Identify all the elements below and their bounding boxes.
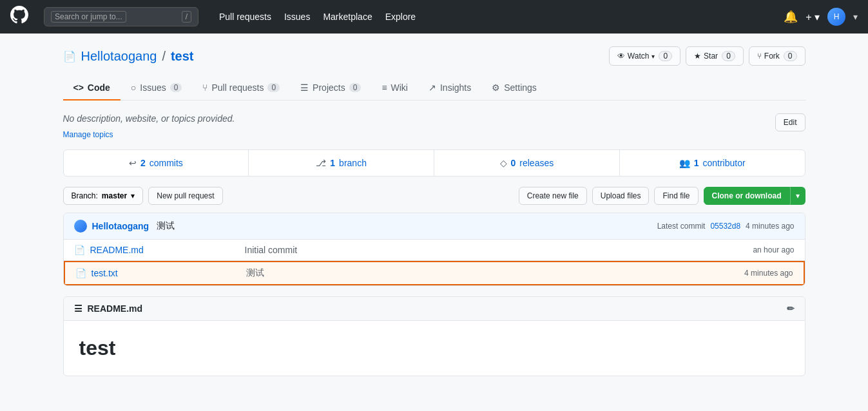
star-icon: ★ [694, 52, 701, 61]
latest-commit-row: Hellotaogang 测试 Latest commit 05532d8 4 … [64, 213, 805, 240]
projects-badge: 0 [349, 83, 362, 92]
branch-label: branch [339, 158, 367, 168]
contributors-stat[interactable]: 👥 1 contributor [620, 150, 805, 176]
contributors-label: contributor [702, 158, 745, 168]
user-avatar[interactable]: H [827, 8, 845, 26]
wiki-icon: ≡ [381, 82, 387, 93]
upload-files-button[interactable]: Upload files [592, 187, 650, 205]
settings-icon: ⚙ [492, 82, 500, 93]
branch-selector[interactable]: Branch: master ▾ [63, 187, 144, 205]
readme-edit-icon[interactable]: ✏ [787, 303, 795, 314]
edit-description-button[interactable]: Edit [775, 113, 805, 131]
branch-dropdown-icon: ▾ [131, 191, 135, 200]
description-content: No description, website, or topics provi… [63, 113, 235, 139]
latest-commit-label: Latest commit [657, 222, 706, 231]
watch-button[interactable]: 👁 Watch ▾ 0 [609, 46, 680, 66]
readme-file-icon: ☰ [74, 303, 82, 314]
tag-icon: ◇ [500, 158, 507, 168]
repo-name-link[interactable]: test [171, 49, 194, 64]
nav-explore[interactable]: Explore [385, 12, 416, 22]
file-name-readme[interactable]: README.md [90, 245, 232, 255]
file-commit-msg-test: 测试 [233, 267, 745, 279]
fork-label: Fork [764, 52, 780, 61]
issues-badge: 0 [170, 83, 182, 92]
clone-dropdown-button[interactable]: ▾ [790, 187, 805, 205]
repo-title: 📄 Hellotaogang / test [63, 49, 194, 64]
tab-insights[interactable]: ↗ Insights [418, 76, 481, 100]
repo-actions: 👁 Watch ▾ 0 ★ Star 0 ⑂ Fork 0 [609, 46, 805, 66]
releases-stat[interactable]: ◇ 0 releases [434, 150, 620, 176]
manage-topics-link[interactable]: Manage topics [63, 130, 113, 139]
user-menu-arrow[interactable]: ▾ [853, 12, 858, 22]
fork-button[interactable]: ⑂ Fork 0 [749, 46, 805, 66]
repo-tabs: <> Code ○ Issues 0 ⑂ Pull requests 0 ☰ P… [63, 76, 805, 100]
star-button[interactable]: ★ Star 0 [686, 46, 744, 66]
tab-settings[interactable]: ⚙ Settings [481, 76, 547, 100]
create-new-file-button[interactable]: Create new file [519, 187, 587, 205]
clone-main-button[interactable]: Clone or download [704, 187, 790, 205]
tab-wiki-label: Wiki [391, 82, 408, 93]
tab-pull-requests[interactable]: ⑂ Pull requests 0 [192, 76, 290, 100]
top-nav-right: 🔔 + ▾ H ▾ [784, 8, 858, 26]
commits-value: 2 [140, 158, 146, 168]
pr-icon: ⑂ [202, 82, 207, 93]
repo-description: No description, website, or topics provi… [63, 113, 235, 124]
new-pull-request-button[interactable]: New pull request [148, 187, 222, 205]
find-file-button[interactable]: Find file [654, 187, 698, 205]
github-logo[interactable] [10, 6, 28, 28]
contributors-icon: 👥 [679, 158, 690, 168]
nav-pull-requests[interactable]: Pull requests [219, 12, 271, 22]
book-icon: 📄 [63, 50, 76, 62]
branch-value: 1 [330, 158, 335, 168]
tab-code[interactable]: <> Code [63, 76, 121, 100]
commit-hash-link[interactable]: 05532d8 [710, 222, 740, 231]
tab-projects[interactable]: ☰ Projects 0 [290, 76, 371, 100]
commits-stat[interactable]: ↩ 2 commits [64, 150, 249, 176]
commit-time: 4 minutes ago [746, 222, 794, 231]
search-box[interactable]: Search or jump to... / [44, 7, 198, 26]
commit-username[interactable]: Hellotaogang [92, 221, 149, 231]
fork-icon: ⑂ [757, 52, 762, 61]
commit-row-right: Latest commit 05532d8 4 minutes ago [657, 222, 795, 231]
tab-code-label: Code [88, 82, 110, 93]
tab-wiki[interactable]: ≡ Wiki [371, 76, 418, 100]
file-icon-test: 📄 [75, 268, 86, 278]
readme-section: ☰ README.md ✏ test [63, 296, 805, 376]
notifications-button[interactable]: 🔔 [784, 10, 798, 24]
readme-filename: README.md [88, 303, 143, 314]
clone-or-download-group: Clone or download ▾ [704, 187, 805, 205]
nav-links: Pull requests Issues Marketplace Explore [219, 12, 416, 22]
file-icon-readme: 📄 [74, 245, 85, 255]
branch-icon: ⎇ [316, 158, 326, 168]
title-separator: / [162, 49, 166, 64]
eye-icon: 👁 [617, 52, 625, 61]
top-navigation: Search or jump to... / Pull requests Iss… [0, 0, 868, 33]
tab-issues[interactable]: ○ Issues 0 [121, 76, 193, 100]
tab-projects-label: Projects [313, 82, 345, 93]
issue-icon: ○ [131, 82, 136, 93]
repo-owner-link[interactable]: Hellotaogang [81, 49, 157, 64]
file-row-test-txt: 📄 test.txt 测试 4 minutes ago [64, 261, 805, 285]
readme-body: test [64, 321, 805, 376]
file-time-readme: an hour ago [753, 245, 794, 254]
file-time-test: 4 minutes ago [744, 269, 793, 278]
pr-badge: 0 [267, 83, 280, 92]
readme-header: ☰ README.md ✏ [64, 297, 805, 321]
create-new-button[interactable]: + ▾ [805, 11, 820, 23]
main-content: 📄 Hellotaogang / test 👁 Watch ▾ 0 ★ Star… [48, 33, 821, 389]
tab-issues-label: Issues [140, 82, 166, 93]
commit-message-text: 测试 [157, 220, 175, 232]
commit-user-avatar [74, 220, 87, 233]
nav-issues[interactable]: Issues [284, 12, 310, 22]
nav-marketplace[interactable]: Marketplace [323, 12, 372, 22]
stats-bar: ↩ 2 commits ⎇ 1 branch ◇ 0 releases 👥 1 … [63, 149, 805, 177]
tab-insights-label: Insights [440, 82, 471, 93]
star-count: 0 [722, 51, 735, 61]
file-name-test-txt[interactable]: test.txt [92, 268, 233, 278]
code-icon: <> [73, 82, 84, 93]
repo-header: 📄 Hellotaogang / test 👁 Watch ▾ 0 ★ Star… [63, 46, 805, 66]
search-placeholder: Search or jump to... [51, 11, 126, 23]
branch-label-text: Branch: [72, 191, 98, 200]
insights-icon: ↗ [429, 82, 436, 93]
branches-stat[interactable]: ⎇ 1 branch [249, 150, 434, 176]
